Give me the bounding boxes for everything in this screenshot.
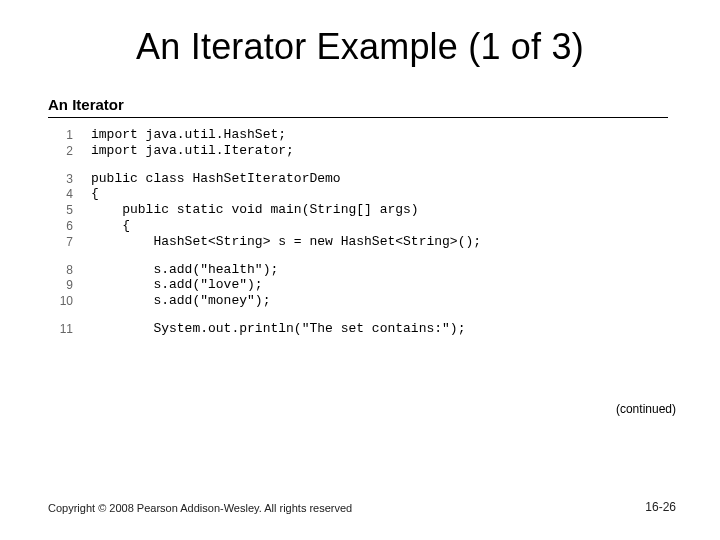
display-heading: An Iterator — [48, 96, 678, 113]
line-code: s.add("love"); — [91, 278, 481, 294]
code-line: 6 { — [48, 219, 481, 235]
code-line: 7 HashSet<String> s = new HashSet<String… — [48, 235, 481, 251]
line-number: 5 — [48, 203, 91, 219]
line-number: 6 — [48, 219, 91, 235]
divider — [48, 117, 668, 118]
copyright-text: Copyright © 2008 Pearson Addison-Wesley.… — [48, 502, 352, 514]
continued-label: (continued) — [616, 402, 676, 416]
code-line — [48, 160, 481, 172]
code-line: 8 s.add("health"); — [48, 263, 481, 279]
code-line: 11 System.out.println("The set contains:… — [48, 322, 481, 338]
line-code: import java.util.Iterator; — [91, 144, 481, 160]
line-code: System.out.println("The set contains:"); — [91, 322, 481, 338]
code-listing: 1import java.util.HashSet;2import java.u… — [48, 128, 481, 338]
line-number: 10 — [48, 294, 91, 310]
line-code: HashSet<String> s = new HashSet<String>(… — [91, 235, 481, 251]
line-number: 2 — [48, 144, 91, 160]
line-code: public class HashSetIteratorDemo — [91, 172, 481, 188]
line-number: 11 — [48, 322, 91, 338]
line-code: s.add("health"); — [91, 263, 481, 279]
code-line: 2import java.util.Iterator; — [48, 144, 481, 160]
line-number: 3 — [48, 172, 91, 188]
code-line: 9 s.add("love"); — [48, 278, 481, 294]
line-number: 7 — [48, 235, 91, 251]
line-code: s.add("money"); — [91, 294, 481, 310]
line-number: 4 — [48, 187, 91, 203]
line-number: 8 — [48, 263, 91, 279]
line-code: { — [91, 187, 481, 203]
slide: An Iterator Example (1 of 3) An Iterator… — [0, 0, 720, 540]
page-number: 16-26 — [645, 500, 676, 514]
line-number: 9 — [48, 278, 91, 294]
code-display: An Iterator 1import java.util.HashSet;2i… — [48, 96, 678, 338]
line-code: public static void main(String[] args) — [91, 203, 481, 219]
code-line: 3public class HashSetIteratorDemo — [48, 172, 481, 188]
code-line: 10 s.add("money"); — [48, 294, 481, 310]
code-line — [48, 251, 481, 263]
line-code: import java.util.HashSet; — [91, 128, 481, 144]
line-code: { — [91, 219, 481, 235]
line-number: 1 — [48, 128, 91, 144]
code-line: 5 public static void main(String[] args) — [48, 203, 481, 219]
slide-title: An Iterator Example (1 of 3) — [0, 0, 720, 68]
code-line: 4{ — [48, 187, 481, 203]
code-line: 1import java.util.HashSet; — [48, 128, 481, 144]
